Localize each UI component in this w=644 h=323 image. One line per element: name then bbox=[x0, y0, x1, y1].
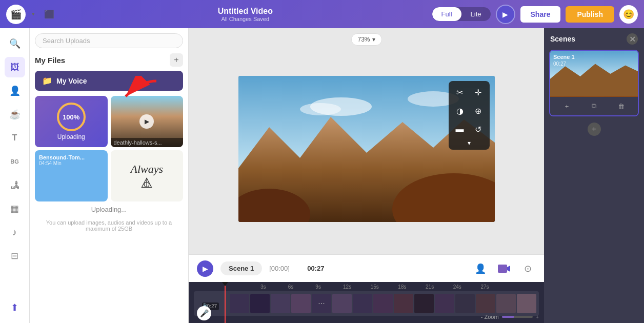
file-card-image[interactable]: Always bbox=[111, 150, 184, 201]
uploading-status: Uploading... bbox=[35, 206, 183, 213]
user-avatar[interactable]: 😊 bbox=[619, 5, 638, 24]
toolbar-more-button[interactable]: ▾ bbox=[452, 139, 487, 147]
filter-tool-button[interactable]: ⊕ bbox=[470, 103, 487, 119]
timeline-frame-8 bbox=[394, 294, 413, 313]
ruler-tick-12s: 12s bbox=[343, 284, 371, 290]
zoom-slider[interactable] bbox=[502, 316, 533, 318]
sidebar-item-text[interactable]: T bbox=[5, 128, 25, 148]
sidebar-item-bg[interactable]: BG bbox=[5, 151, 25, 172]
audio-duration: 04:54 Min bbox=[39, 160, 104, 166]
preview-play-button[interactable]: ▶ bbox=[496, 5, 515, 24]
scenes-header: Scenes ✕ bbox=[544, 28, 644, 50]
video-scene-icon[interactable] bbox=[496, 260, 512, 277]
scene-card-actions: + ⧉ 🗑 bbox=[550, 97, 638, 115]
add-file-button[interactable]: + bbox=[170, 53, 183, 67]
scene-delete-action[interactable]: 🗑 bbox=[615, 100, 628, 112]
timeline-frame-9 bbox=[414, 294, 434, 313]
scene-add-new-button[interactable]: + bbox=[588, 123, 601, 136]
my-voice-button[interactable]: 📁 My Voice bbox=[35, 71, 183, 91]
timeline-frame-6 bbox=[353, 294, 372, 313]
image-text: Always bbox=[130, 163, 163, 176]
video-title[interactable]: Untitled Video bbox=[218, 7, 273, 16]
sidebar-item-media[interactable]: 🖼 bbox=[5, 57, 25, 77]
logo-dropdown-icon[interactable]: ▾ bbox=[32, 11, 35, 17]
scene-card-1[interactable]: Scene 1 00:27 + ⧉ 🗑 bbox=[549, 50, 639, 116]
canvas-content: ✂ ✛ ◑ ⊕ ▬ ↺ ▾ + bbox=[189, 28, 544, 254]
logo-button[interactable]: 🎬 bbox=[6, 5, 26, 24]
search-uploads-input[interactable]: Search Uploads bbox=[35, 33, 183, 48]
upload-button[interactable]: ⬆ bbox=[5, 297, 25, 318]
scene-duplicate-action[interactable]: ⧉ bbox=[588, 100, 600, 112]
timeline-ruler: 3s 6s 9s 12s 15s 18s 21s 24s 27s bbox=[189, 282, 544, 291]
video-preview[interactable]: ✂ ✛ ◑ ⊕ ▬ ↺ ▾ + bbox=[238, 76, 495, 222]
timeline-frame-13 bbox=[496, 294, 516, 313]
canvas-area: 73% ▾ bbox=[189, 28, 544, 323]
mask-tool-button[interactable]: ▬ bbox=[452, 121, 468, 137]
scene-card-duration: 00:27 bbox=[553, 61, 566, 67]
ruler-tick-6s: 6s bbox=[288, 284, 316, 290]
topbar: 🎬 ▾ ⬛ Untitled Video All Changes Saved F… bbox=[0, 0, 644, 28]
upload-progress-circle: 100% bbox=[57, 103, 86, 131]
zoom-label: - Zoom bbox=[481, 314, 499, 320]
timeline: 3s 6s 9s 12s 15s 18s 21s 24s 27s 00:27 ·… bbox=[189, 282, 544, 323]
timeline-frame-2 bbox=[250, 294, 270, 313]
sidebar-item-person[interactable]: 👤 bbox=[5, 80, 25, 101]
zoom-indicator[interactable]: 73% ▾ bbox=[351, 33, 381, 46]
timeline-frame-5 bbox=[332, 294, 352, 313]
timeline-frame-12 bbox=[476, 294, 495, 313]
topbar-center: Untitled Video All Changes Saved bbox=[64, 7, 427, 22]
sidebar-item-cup[interactable]: ☕ bbox=[5, 104, 25, 125]
svg-marker-14 bbox=[550, 64, 638, 96]
mic-button[interactable]: 🎤 bbox=[197, 306, 211, 320]
color-tool-button[interactable]: ◑ bbox=[452, 103, 468, 119]
timeline-frame-1 bbox=[230, 294, 249, 313]
cut-tool-button[interactable]: ✂ bbox=[452, 84, 468, 100]
audio-name: Bensound-Tom... bbox=[39, 154, 104, 160]
folder-icon: 📁 bbox=[42, 76, 52, 86]
svg-marker-12 bbox=[507, 266, 510, 272]
upload-hint-text: You can upload images, audios and videos… bbox=[35, 219, 183, 232]
timeline-frame-3 bbox=[271, 294, 290, 313]
ruler-tick-18s: 18s bbox=[398, 284, 426, 290]
topbar-actions: ▶ Share Publish 😊 bbox=[496, 5, 638, 24]
move-tool-button[interactable]: ✛ bbox=[470, 84, 487, 100]
file-card-uploading[interactable]: 100% Uploading bbox=[35, 96, 108, 147]
scene-time-start: [00:00] bbox=[269, 265, 300, 272]
scene-card-label: Scene 1 bbox=[553, 54, 575, 60]
video-icon-svg bbox=[497, 262, 511, 275]
nav-back-button[interactable]: ⬛ bbox=[40, 5, 58, 24]
rotate-tool-button[interactable]: ↺ bbox=[470, 121, 487, 137]
mode-full-button[interactable]: Full bbox=[432, 7, 461, 21]
share-button[interactable]: Share bbox=[520, 6, 561, 23]
scene-duration: 00:27 bbox=[307, 265, 324, 272]
files-grid: 100% Uploading ▶ deathly-hallows-s... Be… bbox=[35, 96, 183, 201]
timeline-frame-dots: ··· bbox=[312, 294, 331, 313]
timeline-track[interactable]: 00:27 ··· bbox=[194, 291, 539, 316]
video-filename: deathly-hallows-s... bbox=[111, 138, 184, 147]
scenes-panel: Scenes ✕ Scene 1 00:27 + bbox=[544, 28, 644, 323]
scene-name-pill[interactable]: Scene 1 bbox=[220, 261, 262, 275]
timeline-frame-10 bbox=[435, 294, 454, 313]
mode-toggle: Full Lite bbox=[432, 7, 491, 21]
sidebar-item-search[interactable]: 🔍 bbox=[5, 33, 25, 54]
video-toolbar: ✂ ✛ ◑ ⊕ ▬ ↺ ▾ bbox=[449, 81, 490, 150]
mode-lite-button[interactable]: Lite bbox=[461, 7, 491, 21]
timeline-playhead[interactable] bbox=[225, 282, 226, 323]
file-card-audio[interactable]: Bensound-Tom... 04:54 Min bbox=[35, 150, 108, 201]
uploading-text: Uploading bbox=[57, 133, 85, 140]
sidebar-item-image[interactable]: 🏞 bbox=[5, 175, 25, 195]
timeline-frame-4 bbox=[291, 294, 311, 313]
person-scene-icon[interactable]: 👤 bbox=[472, 260, 489, 277]
sidebar-item-table[interactable]: ▦ bbox=[5, 198, 25, 219]
ruler-tick-21s: 21s bbox=[426, 284, 453, 290]
file-card-video[interactable]: ▶ deathly-hallows-s... bbox=[111, 96, 184, 147]
publish-button[interactable]: Publish bbox=[566, 6, 614, 23]
zoom-dropdown-icon: ▾ bbox=[372, 36, 375, 43]
camera-scene-icon[interactable]: ⊙ bbox=[519, 260, 536, 277]
scene-add-action[interactable]: + bbox=[561, 100, 573, 112]
sidebar-item-music[interactable]: ♪ bbox=[5, 222, 25, 243]
scenes-close-button[interactable]: ✕ bbox=[627, 33, 638, 45]
sidebar-item-caption[interactable]: ⊟ bbox=[5, 246, 25, 266]
zoom-value: 73% bbox=[357, 36, 370, 43]
scene-play-button[interactable]: ▶ bbox=[197, 260, 213, 277]
